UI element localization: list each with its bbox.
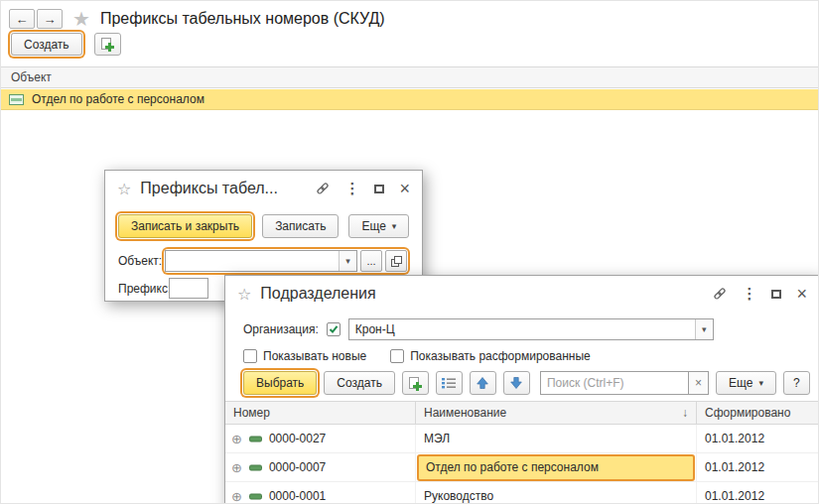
favorite-star-icon[interactable]: ★ [72, 7, 90, 31]
table-row[interactable]: ⊕ 0000-0027 МЭЛ 01.01.2012 [225, 425, 819, 453]
main-toolbar: Создать [11, 33, 121, 56]
object-field-group: ▾ ... [165, 250, 407, 272]
back-button[interactable]: ← [9, 9, 35, 29]
prefix-input[interactable] [169, 278, 208, 299]
departments-dialog: ☆ Подразделения ⋮ × Организация: [224, 275, 819, 504]
prefix-dialog-controls: ⋮ × [316, 180, 410, 197]
table-row-selected[interactable]: ⊕ 0000-0007 Отдел по работе с персоналом… [225, 453, 819, 482]
row-number-cell: ⊕ 0000-0027 [225, 425, 416, 452]
organization-dropdown-icon[interactable]: ▾ [695, 319, 713, 339]
show-disbanded-filter[interactable]: Показывать расформированные [390, 349, 591, 363]
row-formed: 01.01.2012 [705, 432, 764, 445]
row-name-cell: Руководство [416, 482, 697, 504]
more-menu-icon[interactable]: ⋮ [344, 180, 359, 197]
list-view-button[interactable] [436, 371, 463, 395]
column-header-formed[interactable]: Сформировано [697, 402, 819, 424]
group-icon [249, 493, 262, 500]
organization-row: Организация: Крон-Ц ▾ [243, 318, 714, 340]
create-group-icon [407, 376, 423, 391]
dialog-star-icon[interactable]: ☆ [117, 180, 131, 198]
object-dropdown-icon[interactable]: ▾ [339, 251, 356, 271]
selected-cell-highlight[interactable]: Отдел по работе с персоналом [417, 454, 695, 481]
prefix-dialog-title: Префиксы табел... [140, 180, 278, 197]
departments-dialog-controls: ⋮ × [713, 285, 807, 303]
move-down-button[interactable] [503, 371, 530, 395]
row-number: 0000-0007 [269, 460, 326, 474]
object-field-label: Объект: [118, 254, 162, 268]
create-group-button[interactable] [94, 33, 121, 56]
link-icon[interactable] [713, 287, 727, 301]
close-icon[interactable]: × [399, 180, 410, 197]
departments-table: Номер Наименование ↓ Сформировано ⊕ 0000… [225, 401, 819, 504]
dialog-star-icon[interactable]: ☆ [237, 285, 251, 304]
expand-icon[interactable]: ⊕ [231, 461, 242, 474]
organization-select[interactable]: Крон-Ц ▾ [348, 318, 714, 340]
row-number: 0000-0027 [269, 432, 326, 445]
row-number-cell: ⊕ 0000-0001 [225, 482, 416, 504]
forward-button[interactable]: → [37, 9, 63, 29]
main-header: ← → ★ Префиксы табельных номеров (СКУД) [9, 7, 385, 31]
row-number-cell: ⊕ 0000-0007 [225, 453, 416, 481]
screen: ← → ★ Префиксы табельных номеров (СКУД) … [0, 0, 819, 504]
column-header-number[interactable]: Номер [225, 402, 416, 424]
departments-dialog-title: Подразделения [260, 285, 375, 303]
show-new-label: Показывать новые [263, 349, 366, 363]
column-name-label: Наименование [424, 406, 506, 420]
more-menu-icon[interactable]: ⋮ [742, 285, 756, 303]
show-disbanded-label: Показывать расформированные [410, 349, 591, 363]
row-name: МЭЛ [424, 432, 450, 445]
prefix-dialog-buttons: Записать и закрыть Записать Еще ▾ [118, 214, 409, 238]
row-formed: 01.01.2012 [705, 460, 764, 474]
show-new-filter[interactable]: Показывать новые [243, 349, 366, 363]
expand-icon[interactable]: ⊕ [231, 490, 242, 503]
expand-icon[interactable]: ⊕ [231, 433, 242, 445]
create-button[interactable]: Создать [324, 371, 395, 395]
table-row[interactable]: ⊕ 0000-0001 Руководство 01.01.2012 [225, 482, 819, 504]
create-button[interactable]: Создать [11, 33, 82, 56]
show-new-checkbox[interactable] [243, 349, 257, 363]
row-name-cell: МЭЛ [416, 425, 697, 452]
clear-search-icon[interactable]: × [689, 371, 709, 395]
create-group-button[interactable] [402, 371, 429, 395]
organization-checkbox[interactable] [327, 322, 341, 336]
save-and-close-button[interactable]: Записать и закрыть [118, 214, 252, 238]
maximize-icon[interactable] [771, 290, 781, 299]
column-number-label: Номер [233, 406, 270, 420]
filters-row: Показывать новые Показывать расформирова… [243, 349, 591, 363]
nav-buttons: ← → [9, 9, 63, 29]
table-row[interactable]: Отдел по работе с персоналом [1, 89, 819, 110]
create-group-icon [99, 37, 115, 52]
item-icon [9, 94, 24, 105]
row-name: Отдел по работе с персоналом [426, 460, 599, 474]
row-name: Руководство [424, 489, 493, 503]
show-disbanded-checkbox[interactable] [390, 349, 404, 363]
row-label: Отдел по работе с персоналом [32, 92, 205, 106]
link-icon[interactable] [316, 182, 330, 195]
group-icon [249, 464, 262, 471]
search-input[interactable] [540, 371, 689, 395]
more-actions-button[interactable]: Еще ▾ [348, 214, 409, 238]
save-button[interactable]: Записать [262, 214, 339, 238]
object-column-header: Объект [1, 66, 819, 88]
back-icon: ← [16, 12, 29, 27]
object-choose-button[interactable]: ... [360, 250, 382, 272]
object-input-value[interactable] [166, 251, 339, 271]
sort-desc-icon: ↓ [682, 406, 688, 420]
prefix-field-label: Префикс: [118, 282, 171, 296]
departments-toolbar: Выбрать Создать [243, 371, 810, 395]
object-open-button[interactable] [385, 250, 407, 272]
object-input[interactable]: ▾ [165, 250, 357, 272]
help-button[interactable]: ? [783, 371, 810, 395]
more-actions-label: Еще [729, 376, 752, 390]
more-actions-label: Еще [361, 219, 385, 233]
maximize-icon[interactable] [374, 185, 384, 193]
chevron-down-icon: ▾ [758, 379, 763, 388]
row-name-cell: Отдел по работе с персоналом [416, 453, 697, 481]
column-header-name[interactable]: Наименование ↓ [416, 402, 697, 424]
open-icon [391, 256, 402, 267]
more-actions-button[interactable]: Еще ▾ [716, 371, 776, 395]
move-up-button[interactable] [470, 371, 496, 395]
close-icon[interactable]: × [796, 285, 807, 303]
select-button[interactable]: Выбрать [243, 371, 317, 395]
object-column-label: Объект [11, 70, 52, 84]
